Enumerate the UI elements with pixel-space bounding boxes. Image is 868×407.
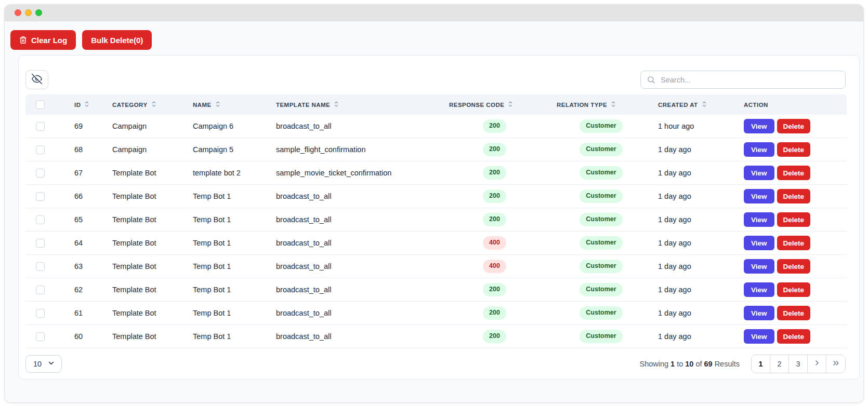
response-code-badge: 200 (483, 166, 506, 180)
cell-name: Temp Bot 1 (184, 232, 267, 255)
relation-type-badge: Customer (580, 119, 622, 133)
cell-created-at: 1 day ago (652, 278, 735, 302)
close-button[interactable] (15, 9, 21, 16)
row-checkbox[interactable] (36, 192, 45, 201)
trash-icon (19, 36, 27, 44)
sort-icon (507, 101, 514, 108)
response-code-badge: 400 (483, 236, 506, 250)
page-button-2[interactable]: 2 (770, 355, 789, 373)
view-button[interactable]: View (744, 306, 774, 320)
view-button[interactable]: View (744, 212, 774, 227)
row-checkbox[interactable] (36, 286, 45, 294)
select-all-checkbox[interactable] (36, 100, 45, 109)
row-checkbox[interactable] (36, 215, 45, 224)
delete-button[interactable]: Delete (777, 329, 811, 344)
delete-button[interactable]: Delete (777, 119, 811, 133)
view-button[interactable]: View (744, 329, 774, 344)
eye-off-icon (32, 74, 42, 86)
last-page-button[interactable] (826, 355, 845, 373)
view-button[interactable]: View (744, 166, 774, 180)
cell-id: 69 (62, 115, 103, 138)
cell-template-name: broadcast_to_all (267, 255, 439, 278)
relation-type-badge: Customer (580, 143, 622, 156)
cell-category: Template Bot (103, 302, 184, 325)
row-checkbox[interactable] (36, 332, 45, 341)
window-titlebar (5, 5, 863, 21)
search-input[interactable] (640, 71, 846, 89)
cell-category: Template Bot (103, 208, 184, 232)
row-checkbox[interactable] (36, 239, 45, 248)
sort-icon (701, 101, 707, 108)
delete-button[interactable]: Delete (777, 142, 811, 157)
relation-type-badge: Customer (580, 260, 622, 273)
column-header-template-name[interactable]: TEMPLATE NAME (267, 94, 439, 115)
column-header-name[interactable]: NAME (184, 94, 267, 115)
clear-log-label: Clear Log (31, 36, 67, 45)
cell-template-name: broadcast_to_all (267, 185, 439, 208)
column-header-id[interactable]: ID (62, 94, 103, 115)
cell-template-name: broadcast_to_all (267, 325, 439, 348)
column-visibility-button[interactable] (25, 70, 48, 89)
view-button[interactable]: View (744, 282, 774, 297)
clear-log-button[interactable]: Clear Log (10, 30, 76, 50)
view-button[interactable]: View (744, 236, 774, 250)
page-button-1[interactable]: 1 (752, 355, 770, 373)
relation-type-badge: Customer (580, 236, 622, 250)
delete-button[interactable]: Delete (777, 236, 811, 250)
response-code-badge: 200 (483, 143, 506, 156)
response-code-badge: 200 (483, 283, 506, 296)
response-code-badge: 200 (483, 330, 506, 343)
view-button[interactable]: View (744, 142, 774, 157)
cell-name: Temp Bot 1 (184, 255, 267, 278)
column-header-action: ACTION (735, 94, 847, 115)
next-page-button[interactable] (808, 355, 826, 373)
delete-button[interactable]: Delete (777, 166, 811, 180)
page-button-3[interactable]: 3 (789, 355, 808, 373)
view-button[interactable]: View (744, 119, 774, 133)
cell-category: Template Bot (103, 185, 184, 208)
page-size-select[interactable]: 10 (25, 355, 62, 373)
row-checkbox[interactable] (36, 122, 45, 131)
table-row: 64 Template Bot Temp Bot 1 broadcast_to_… (25, 232, 847, 255)
results-summary: Showing1to10of69Results (639, 360, 742, 368)
table-row: 61 Template Bot Temp Bot 1 broadcast_to_… (25, 302, 847, 325)
relation-type-badge: Customer (580, 166, 622, 180)
delete-button[interactable]: Delete (777, 259, 811, 274)
row-checkbox[interactable] (36, 309, 45, 318)
cell-created-at: 1 day ago (652, 208, 735, 232)
column-header-response-code[interactable]: RESPONSE CODE (439, 94, 550, 115)
toolbar: Clear Log Bulk Delete(0) (5, 21, 863, 50)
view-button[interactable]: View (744, 189, 774, 204)
relation-type-badge: Customer (580, 283, 622, 296)
delete-button[interactable]: Delete (777, 282, 811, 297)
sort-icon (610, 101, 616, 108)
page-size-value: 10 (33, 360, 42, 368)
cell-template-name: sample_flight_confirmation (267, 138, 439, 161)
delete-button[interactable]: Delete (777, 212, 811, 227)
cell-created-at: 1 day ago (652, 255, 735, 278)
view-button[interactable]: View (744, 259, 774, 274)
response-code-badge: 200 (483, 189, 506, 203)
column-header-category[interactable]: CATEGORY (103, 94, 184, 115)
row-checkbox[interactable] (36, 169, 45, 178)
minimize-button[interactable] (25, 9, 32, 16)
cell-name: Temp Bot 1 (184, 185, 267, 208)
response-code-badge: 200 (483, 213, 506, 226)
column-header-relation-type[interactable]: RELATION TYPE (550, 94, 652, 115)
cell-category: Template Bot (103, 278, 184, 302)
bulk-delete-button[interactable]: Bulk Delete(0) (82, 30, 152, 50)
response-code-badge: 200 (483, 306, 506, 320)
cell-id: 66 (62, 185, 103, 208)
log-table-card: ID CATEGORY NAME TEMPLATE NAME RESPONSE … (18, 55, 860, 379)
cell-category: Template Bot (103, 325, 184, 348)
table-row: 66 Template Bot Temp Bot 1 broadcast_to_… (25, 185, 847, 208)
table-header-row: ID CATEGORY NAME TEMPLATE NAME RESPONSE … (25, 94, 847, 115)
table-row: 68 Campaign Campaign 5 sample_flight_con… (25, 138, 847, 161)
row-checkbox[interactable] (36, 145, 45, 154)
delete-button[interactable]: Delete (777, 306, 811, 320)
zoom-button[interactable] (35, 9, 42, 16)
delete-button[interactable]: Delete (777, 189, 811, 204)
column-header-created-at[interactable]: CREATED AT (652, 94, 735, 115)
row-checkbox[interactable] (36, 262, 45, 271)
cell-id: 60 (62, 325, 103, 348)
